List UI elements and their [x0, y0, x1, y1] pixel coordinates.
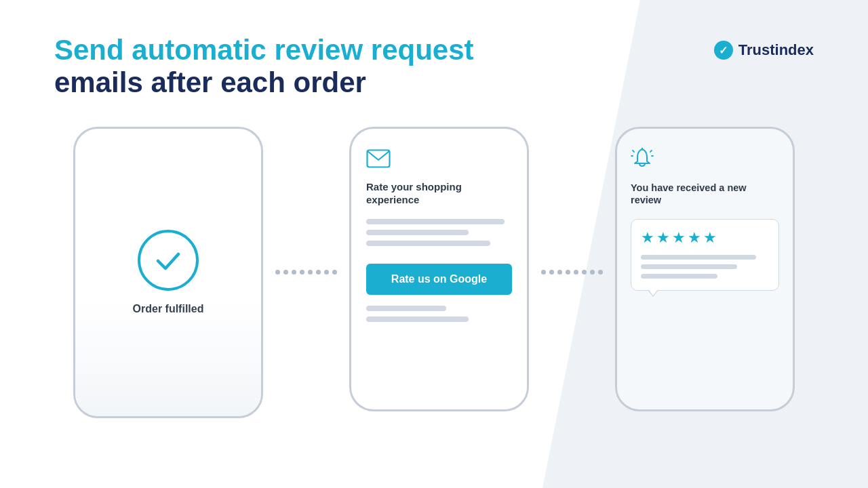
dot [292, 270, 296, 274]
phone2: Rate your shopping experience Rate us on… [349, 127, 529, 411]
logo-check-icon: ✓ [714, 41, 733, 60]
dot [557, 270, 562, 274]
check-circle [138, 230, 199, 291]
phones-row: Order fulfilled [54, 127, 814, 418]
review-card: ★ ★ ★ ★ ★ [631, 219, 779, 291]
dot [332, 270, 337, 274]
phone2-wrapper: Rate your shopping experience Rate us on… [349, 127, 529, 411]
headline-line1: Send automatic review request [54, 34, 474, 66]
dot [324, 270, 329, 274]
dots-connector-2 [529, 270, 615, 274]
review-notification-title: You have received a new review [631, 182, 779, 207]
dot [598, 270, 603, 274]
dot [549, 270, 554, 274]
headline-line2: emails after each order [54, 66, 474, 99]
rate-google-button[interactable]: Rate us on Google [366, 264, 512, 295]
main-container: Send automatic review request emails aft… [0, 0, 868, 488]
dot [566, 270, 570, 274]
star-2: ★ [656, 229, 670, 247]
bell-icon [631, 148, 779, 172]
dot [275, 270, 280, 274]
content-line-3 [366, 241, 490, 246]
phone3: You have received a new review ★ ★ ★ ★ ★ [615, 127, 795, 411]
dot [574, 270, 578, 274]
headline: Send automatic review request emails aft… [54, 34, 474, 100]
phone3-content: You have received a new review ★ ★ ★ ★ ★ [617, 129, 793, 409]
email-subject: Rate your shopping experience [366, 180, 512, 207]
order-fulfilled-label: Order fulfilled [133, 303, 204, 315]
dot [582, 270, 587, 274]
checkmark-icon [153, 245, 184, 276]
phone2-content: Rate your shopping experience Rate us on… [351, 129, 527, 409]
phone1: Order fulfilled [73, 127, 263, 418]
email-icon [366, 149, 512, 171]
review-line-2 [641, 264, 737, 269]
content-line-5 [366, 317, 469, 322]
phone3-wrapper: You have received a new review ★ ★ ★ ★ ★ [615, 127, 795, 411]
review-line-3 [641, 274, 717, 279]
star-5: ★ [703, 229, 717, 247]
star-1: ★ [641, 229, 654, 247]
logo: ✓ Trustindex [714, 41, 814, 60]
content-line-4 [366, 306, 446, 311]
stars-row: ★ ★ ★ ★ ★ [641, 229, 769, 247]
dot [283, 270, 288, 274]
star-4: ★ [688, 229, 701, 247]
dot [300, 270, 304, 274]
review-line-1 [641, 255, 756, 260]
star-3: ★ [672, 229, 686, 247]
dot [590, 270, 595, 274]
dot [316, 270, 321, 274]
header: Send automatic review request emails aft… [54, 34, 814, 100]
dot [541, 270, 546, 274]
dots-connector-1 [263, 270, 349, 274]
dot [308, 270, 313, 274]
svg-line-2 [633, 150, 634, 152]
phone1-wrapper: Order fulfilled [73, 127, 263, 418]
logo-text: Trustindex [738, 41, 814, 59]
svg-line-3 [650, 150, 652, 152]
content-line-1 [366, 219, 505, 224]
phone1-overlay [75, 301, 261, 416]
content-line-2 [366, 230, 469, 235]
